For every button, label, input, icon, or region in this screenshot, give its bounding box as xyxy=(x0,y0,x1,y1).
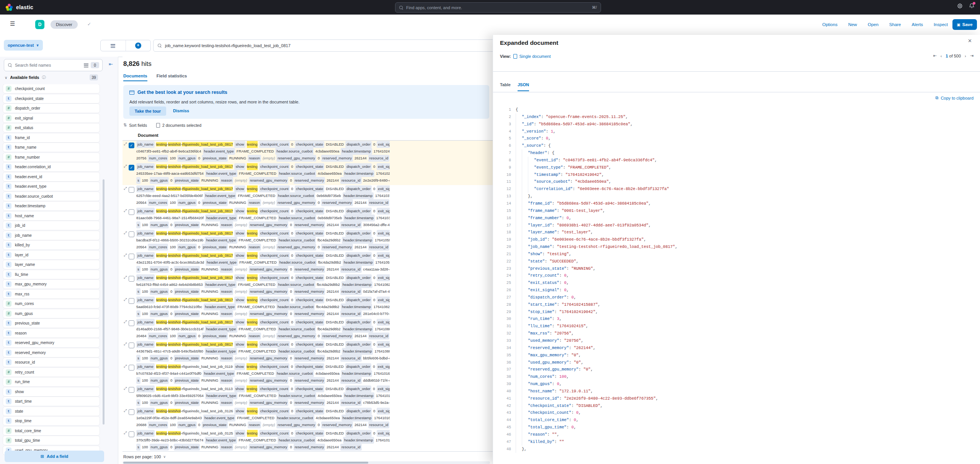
expand-row-icon[interactable]: ⤢ xyxy=(124,320,127,324)
sidebar-field-reserved_gpu_memory[interactable]: treserved_gpu_memory xyxy=(3,338,100,347)
prev-page-icon[interactable]: ‹ xyxy=(941,54,942,58)
global-search-input[interactable]: Find apps, content, and more. ⌘/ xyxy=(395,2,601,13)
nav-link-options[interactable]: Options xyxy=(822,22,838,27)
nav-link-new[interactable]: New xyxy=(848,22,857,27)
sidebar-field-dispatch_order[interactable]: #dispatch_order xyxy=(3,104,100,113)
sidebar-field-previous_state[interactable]: tprevious_state xyxy=(3,319,100,328)
table-row[interactable]: ⤢job_nametesting-testshot-rfigueiredo_lo… xyxy=(122,318,493,341)
table-row[interactable]: ⤢job_nametesting-testshot-rfigueiredo_lo… xyxy=(122,430,493,451)
sidebar-field-show[interactable]: tshow xyxy=(3,387,100,396)
next-page-icon[interactable]: › xyxy=(965,54,966,58)
sidebar-field-resource_id[interactable]: tresource_id xyxy=(3,358,100,367)
expand-row-icon[interactable]: ⤢ xyxy=(124,408,127,413)
table-row[interactable]: ⤢job_nametesting-testshot-rfigueiredo_lo… xyxy=(122,252,493,274)
tab-json[interactable]: JSON xyxy=(518,82,529,91)
row-checkbox[interactable] xyxy=(129,276,134,282)
nav-link-open[interactable]: Open xyxy=(868,22,879,27)
sidebar-field-host_name[interactable]: thost_name xyxy=(3,212,100,220)
expand-row-icon[interactable]: ⤢ xyxy=(124,231,127,235)
sidebar-field-num_gpus[interactable]: #num_gpus xyxy=(3,309,100,318)
sidebar-field-header.timestamp[interactable]: theader.timestamp xyxy=(3,202,100,210)
expand-row-icon[interactable]: ⤢ xyxy=(124,297,127,302)
sidebar-field-header.correlation_id[interactable]: theader.correlation_id xyxy=(3,162,100,171)
sidebar-scrollbar-thumb[interactable] xyxy=(103,179,105,425)
sidebar-field-run_time[interactable]: #run_time xyxy=(3,377,100,386)
expand-row-icon[interactable]: ⤢ xyxy=(124,275,127,280)
expand-row-icon[interactable]: ⤢ xyxy=(124,164,127,169)
tab-field-statistics[interactable]: Field statistics xyxy=(157,74,187,81)
sidebar-field-header.source_cuebot[interactable]: theader.source_cuebot xyxy=(3,192,100,201)
sidebar-field-exit_signal[interactable]: #exit_signal xyxy=(3,114,100,123)
table-row[interactable]: ⤢job_nametesting-testshot-rfigueiredo_lo… xyxy=(122,385,493,408)
single-document-link[interactable]: Single document xyxy=(519,54,551,59)
sidebar-field-reason[interactable]: treason xyxy=(3,329,100,338)
close-icon[interactable]: ✕ xyxy=(968,38,972,44)
table-row[interactable]: ⤢job_nametesting-testshot-rfigueiredo_lo… xyxy=(122,207,493,230)
dismiss-button[interactable]: Dismiss xyxy=(173,108,189,113)
save-button[interactable]: ▣ Save xyxy=(952,19,977,30)
menu-hamburger-icon[interactable]: ☰ xyxy=(10,20,15,27)
sort-fields-button[interactable]: ⇅ Sort fields xyxy=(123,123,147,128)
nav-link-alerts[interactable]: Alerts xyxy=(912,22,923,27)
sidebar-field-state[interactable]: tstate xyxy=(3,407,100,416)
sidebar-field-checkpoint_state[interactable]: tcheckpoint_state xyxy=(3,94,100,103)
nav-link-share[interactable]: Share xyxy=(889,22,901,27)
sidebar-field-job_name[interactable]: tjob_name xyxy=(3,231,100,240)
horizontal-scrollbar-thumb[interactable] xyxy=(123,462,368,464)
copy-to-clipboard-button[interactable]: ⧉ Copy to clipboard xyxy=(936,95,973,100)
row-checkbox[interactable] xyxy=(129,409,134,415)
sidebar-field-frame_name[interactable]: tframe_name xyxy=(3,143,100,152)
expand-row-icon[interactable]: ⤢ xyxy=(124,431,127,435)
row-checkbox[interactable] xyxy=(129,231,134,237)
sidebar-field-num_cores[interactable]: #num_cores xyxy=(3,299,100,308)
breadcrumb[interactable]: Discover xyxy=(51,20,78,29)
take-tour-button[interactable]: Take the tour xyxy=(129,107,166,116)
row-checkbox[interactable] xyxy=(129,387,134,393)
sidebar-field-job_id[interactable]: tjob_id xyxy=(3,221,100,230)
sidebar-field-layer_name[interactable]: tlayer_name xyxy=(3,260,100,269)
expand-row-icon[interactable]: ⤢ xyxy=(124,342,127,346)
sidebar-field-retry_count[interactable]: #retry_count xyxy=(3,368,100,377)
table-row[interactable]: ⤢job_nametesting-testshot-rfigueiredo_lo… xyxy=(122,341,493,363)
expand-row-icon[interactable]: ⤢ xyxy=(124,386,127,391)
row-checkbox[interactable] xyxy=(129,365,134,371)
table-row[interactable]: ⤢✓job_nametesting-testshot-rfigueiredo_l… xyxy=(122,163,493,185)
sidebar-field-total_core_time[interactable]: #total_core_time xyxy=(3,426,100,435)
row-checkbox[interactable] xyxy=(129,343,134,348)
last-page-icon[interactable]: ⇥ xyxy=(970,53,973,58)
sidebar-field-header.event_id[interactable]: theader.event_id xyxy=(3,172,100,181)
elastic-logo-icon[interactable] xyxy=(5,3,13,11)
table-row[interactable]: ⤢job_nametesting-testshot-rfigueiredo_lo… xyxy=(122,296,493,319)
expand-row-icon[interactable]: ⤢ xyxy=(124,186,127,191)
add-field-button[interactable]: ⊞ Add a field xyxy=(5,451,104,462)
field-filter-icon[interactable] xyxy=(84,63,88,67)
tab-table[interactable]: Table xyxy=(500,82,511,91)
sidebar-field-checkpoint_count[interactable]: #checkpoint_count xyxy=(3,84,100,93)
expand-row-icon[interactable]: ⤢ xyxy=(124,364,127,369)
saved-query-filter-button[interactable] xyxy=(101,40,126,51)
sidebar-field-max_rss[interactable]: tmax_rss xyxy=(3,290,100,298)
sidebar-field-header.event_type[interactable]: theader.event_type xyxy=(3,182,100,191)
first-page-icon[interactable]: ⇤ xyxy=(933,53,936,58)
available-fields-header[interactable]: ∨ Available fields ⓘ 39 xyxy=(5,74,113,80)
sidebar-field-reserved_memory[interactable]: treserved_memory xyxy=(3,348,100,357)
row-checkbox[interactable] xyxy=(129,320,134,326)
row-checkbox[interactable]: ✓ xyxy=(129,165,134,171)
field-search-input[interactable]: Search field names 0 xyxy=(4,59,103,71)
row-checkbox[interactable] xyxy=(129,209,134,215)
document-column-header[interactable]: Document xyxy=(138,133,158,138)
table-row[interactable]: ⤢job_nametesting-testshot-rfigueiredo_lo… xyxy=(122,185,493,208)
documents-selected-button[interactable]: 2 documents selected xyxy=(156,123,201,128)
table-row[interactable]: ⤢job_nametesting-testshot-rfigueiredo_lo… xyxy=(122,407,493,430)
sidebar-field-stop_time[interactable]: tstop_time xyxy=(3,416,100,425)
expand-row-icon[interactable]: ⤢ xyxy=(124,208,127,213)
sidebar-field-exit_status[interactable]: #exit_status xyxy=(3,123,100,132)
row-checkbox[interactable] xyxy=(129,431,134,437)
help-icon[interactable] xyxy=(957,3,963,10)
newsfeed-bell-icon[interactable] xyxy=(969,3,975,10)
sidebar-field-killed_by[interactable]: tkilled_by xyxy=(3,241,100,249)
space-avatar[interactable]: D xyxy=(35,20,44,29)
sidebar-field-frame_id[interactable]: tframe_id xyxy=(3,133,100,142)
sidebar-field-llu_time[interactable]: tllu_time xyxy=(3,270,100,279)
row-checkbox[interactable] xyxy=(129,187,134,193)
